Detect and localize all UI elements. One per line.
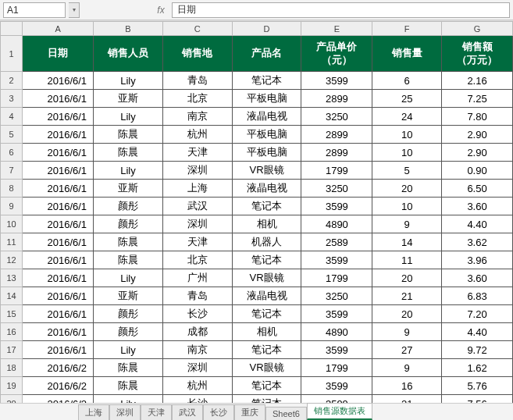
data-cell[interactable]: 2899 — [301, 126, 372, 144]
sheet-tab[interactable]: 上海 — [78, 404, 109, 420]
header-cell[interactable]: 产品名 — [232, 36, 301, 72]
data-cell[interactable]: 7.80 — [442, 108, 513, 126]
row-header[interactable]: 11 — [1, 233, 23, 251]
data-cell[interactable]: 杭州 — [162, 377, 232, 395]
data-cell[interactable]: 2016/6/1 — [23, 126, 94, 144]
data-cell[interactable]: 2016/6/1 — [23, 251, 94, 269]
data-cell[interactable]: 液晶电视 — [232, 287, 301, 305]
header-cell[interactable]: 日期 — [23, 36, 94, 72]
header-cell[interactable]: 销售量 — [372, 36, 442, 72]
data-cell[interactable]: 24 — [372, 108, 442, 126]
row-header[interactable]: 20 — [1, 395, 23, 404]
data-cell[interactable]: 3599 — [301, 72, 372, 90]
data-cell[interactable]: 2.90 — [442, 144, 513, 162]
data-cell[interactable]: 4.40 — [442, 323, 513, 341]
data-cell[interactable]: 平板电脑 — [232, 126, 301, 144]
row-header[interactable]: 18 — [1, 359, 23, 377]
data-cell[interactable]: 南京 — [162, 108, 232, 126]
data-cell[interactable]: 陈晨 — [94, 233, 163, 251]
col-header[interactable]: D — [232, 22, 301, 36]
data-cell[interactable]: 笔记本 — [232, 341, 301, 359]
data-cell[interactable]: 2899 — [301, 90, 372, 108]
select-all-corner[interactable] — [1, 22, 23, 36]
data-cell[interactable]: 10 — [372, 126, 442, 144]
data-cell[interactable]: 1799 — [301, 162, 372, 180]
col-header[interactable]: C — [162, 22, 232, 36]
data-cell[interactable]: 笔记本 — [232, 395, 301, 404]
row-header[interactable]: 2 — [1, 72, 23, 90]
data-cell[interactable]: Lily — [94, 341, 163, 359]
data-cell[interactable]: 广州 — [162, 269, 232, 287]
data-cell[interactable]: 4.40 — [442, 215, 513, 233]
data-cell[interactable]: 青岛 — [162, 72, 232, 90]
data-cell[interactable]: 27 — [372, 341, 442, 359]
data-cell[interactable]: 7.56 — [442, 395, 513, 404]
header-cell[interactable]: 销售地 — [162, 36, 232, 72]
data-cell[interactable]: 长沙 — [162, 395, 232, 404]
data-cell[interactable]: 2016/6/1 — [23, 215, 94, 233]
data-cell[interactable]: 颜彤 — [94, 198, 163, 215]
data-cell[interactable]: 笔记本 — [232, 305, 301, 323]
data-cell[interactable]: 笔记本 — [232, 251, 301, 269]
data-cell[interactable]: 16 — [372, 377, 442, 395]
row-header[interactable]: 8 — [1, 180, 23, 198]
row-header[interactable]: 14 — [1, 287, 23, 305]
sheet-tab[interactable]: Sheet6 — [265, 407, 307, 420]
data-cell[interactable]: 2016/6/2 — [23, 395, 94, 404]
data-cell[interactable]: 2016/6/2 — [23, 359, 94, 377]
formula-input[interactable]: 日期 — [172, 2, 510, 18]
data-cell[interactable]: 11 — [372, 251, 442, 269]
row-header[interactable]: 12 — [1, 251, 23, 269]
data-cell[interactable]: 陈晨 — [94, 359, 163, 377]
data-cell[interactable]: 深圳 — [162, 359, 232, 377]
data-cell[interactable]: 亚斯 — [94, 180, 163, 198]
data-cell[interactable]: 颜彤 — [94, 323, 163, 341]
sheet-tab[interactable]: 销售源数据表 — [307, 403, 372, 420]
data-cell[interactable]: 陈晨 — [94, 251, 163, 269]
data-cell[interactable]: 3.60 — [442, 269, 513, 287]
data-cell[interactable]: 青岛 — [162, 287, 232, 305]
sheet-tab[interactable]: 重庆 — [234, 404, 265, 420]
data-cell[interactable]: 2016/6/1 — [23, 287, 94, 305]
data-cell[interactable]: 3599 — [301, 341, 372, 359]
data-cell[interactable]: VR眼镜 — [232, 359, 301, 377]
row-header[interactable]: 1 — [1, 36, 23, 72]
data-cell[interactable]: 3599 — [301, 377, 372, 395]
data-cell[interactable]: 2016/6/1 — [23, 72, 94, 90]
data-cell[interactable]: 2899 — [301, 144, 372, 162]
data-cell[interactable]: 2016/6/1 — [23, 90, 94, 108]
data-cell[interactable]: 20 — [372, 269, 442, 287]
data-cell[interactable]: 20 — [372, 305, 442, 323]
data-cell[interactable]: 6.83 — [442, 287, 513, 305]
data-cell[interactable]: 3.62 — [442, 233, 513, 251]
data-cell[interactable]: VR眼镜 — [232, 269, 301, 287]
data-cell[interactable]: 平板电脑 — [232, 90, 301, 108]
data-cell[interactable]: 5 — [372, 162, 442, 180]
data-cell[interactable]: 20 — [372, 180, 442, 198]
row-header[interactable]: 17 — [1, 341, 23, 359]
row-header[interactable]: 9 — [1, 198, 23, 215]
data-cell[interactable]: 2016/6/1 — [23, 323, 94, 341]
data-cell[interactable]: 7.20 — [442, 305, 513, 323]
data-cell[interactable]: 杭州 — [162, 126, 232, 144]
col-header[interactable]: A — [23, 22, 94, 36]
data-cell[interactable]: 深圳 — [162, 162, 232, 180]
data-cell[interactable]: Lily — [94, 72, 163, 90]
data-cell[interactable]: 相机 — [232, 323, 301, 341]
data-cell[interactable]: 3.60 — [442, 198, 513, 215]
data-cell[interactable]: 6.50 — [442, 180, 513, 198]
data-cell[interactable]: 2016/6/1 — [23, 144, 94, 162]
data-cell[interactable]: 颜彤 — [94, 215, 163, 233]
data-cell[interactable]: 液晶电视 — [232, 108, 301, 126]
data-cell[interactable]: 2016/6/1 — [23, 198, 94, 215]
data-cell[interactable]: Lily — [94, 162, 163, 180]
data-cell[interactable]: 陈晨 — [94, 126, 163, 144]
data-cell[interactable]: 2016/6/1 — [23, 341, 94, 359]
data-cell[interactable]: 10 — [372, 198, 442, 215]
data-cell[interactable]: 14 — [372, 233, 442, 251]
data-cell[interactable]: 2.16 — [442, 72, 513, 90]
sheet-tab[interactable]: 深圳 — [109, 404, 141, 420]
data-cell[interactable]: 3250 — [301, 180, 372, 198]
row-header[interactable]: 4 — [1, 108, 23, 126]
data-cell[interactable]: 笔记本 — [232, 377, 301, 395]
